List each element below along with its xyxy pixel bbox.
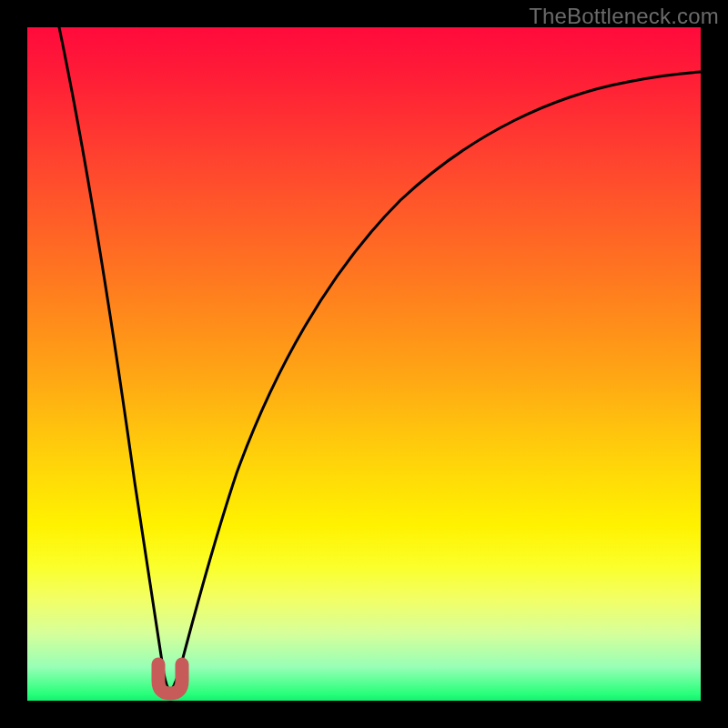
watermark-text: TheBottleneck.com bbox=[529, 4, 719, 29]
curve-path bbox=[59, 27, 701, 692]
min-plateau-marker bbox=[158, 664, 182, 693]
chart-frame: TheBottleneck.com bbox=[0, 0, 728, 728]
plot-area bbox=[27, 27, 701, 701]
bottleneck-curve bbox=[27, 27, 701, 701]
